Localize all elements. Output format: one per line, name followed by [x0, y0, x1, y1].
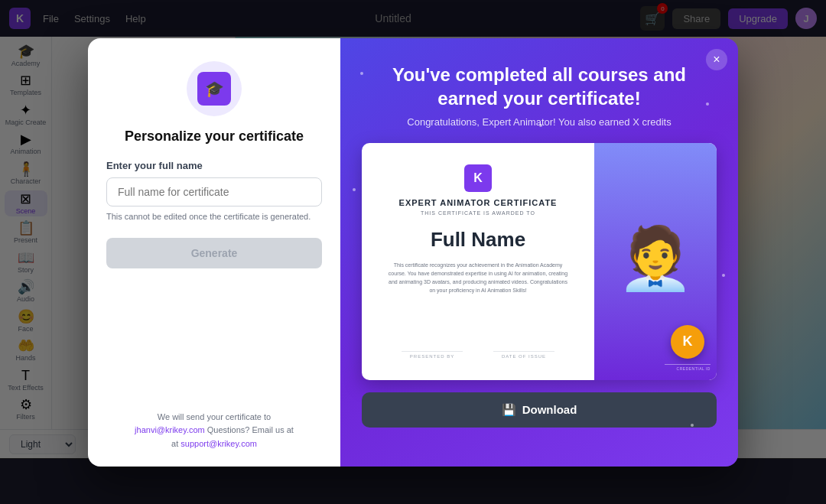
cert-logo: K: [464, 164, 492, 192]
cert-date-issue: DATE OF ISSUE: [493, 351, 554, 359]
download-icon: 💾: [502, 403, 516, 417]
certificate-preview: K EXPERT ANIMATOR CERTIFICATE THIS CERTI…: [362, 143, 717, 380]
cert-badge: K: [671, 325, 704, 359]
fullname-input[interactable]: [106, 177, 322, 206]
personalize-title: Personalize your certificate: [125, 128, 304, 145]
footer-support-email[interactable]: support@krikey.com: [180, 439, 257, 448]
download-label: Download: [522, 403, 577, 416]
cert-footer: PRESENTED BY DATE OF ISSUE: [402, 351, 554, 359]
cert-credential: CREDENTIAL ID: [665, 364, 711, 371]
modal-icon-wrap: 🎓: [187, 61, 242, 116]
modal-left-panel: 🎓 Personalize your certificate Enter you…: [88, 38, 340, 467]
cert-title: EXPERT ANIMATOR CERTIFICATE: [399, 198, 558, 207]
app-background: K File Settings Help Untitled 🛒 0 Share …: [0, 0, 826, 504]
close-button[interactable]: ×: [706, 49, 727, 70]
modal-heading: You've completed all courses and earned …: [362, 63, 717, 110]
cert-recipient-name: Full Name: [431, 228, 525, 252]
cert-body-text: This certificate recognizes your achieve…: [386, 261, 570, 295]
cert-left: K EXPERT ANIMATOR CERTIFICATE THIS CERTI…: [362, 143, 594, 380]
input-label: Enter your full name: [106, 160, 322, 171]
cert-right: 🧑‍💼 K CREDENTIAL ID: [594, 143, 717, 380]
cert-avatar-figure: 🧑‍💼: [617, 228, 694, 289]
modal-footer: We will send your certificate to jhanvi@…: [135, 411, 294, 451]
certificate-icon: 🎓: [197, 72, 231, 106]
cert-presented-by: PRESENTED BY: [402, 351, 463, 359]
download-button[interactable]: 💾 Download: [362, 392, 717, 428]
generate-button[interactable]: Generate: [106, 238, 322, 268]
modal-subheading: Congratulations, Expert Animator! You al…: [407, 116, 671, 128]
input-hint: This cannot be edited once the certifica…: [106, 211, 322, 223]
modal-right-panel: × You've completed all courses and earne…: [340, 38, 738, 467]
modal-overlay: 🎓 Personalize your certificate Enter you…: [0, 0, 826, 504]
footer-email[interactable]: jhanvi@krikey.com: [135, 425, 205, 434]
modal-container: 🎓 Personalize your certificate Enter you…: [88, 38, 738, 467]
cert-subtitle: THIS CERTIFICATE IS AWARDED TO: [421, 210, 535, 216]
